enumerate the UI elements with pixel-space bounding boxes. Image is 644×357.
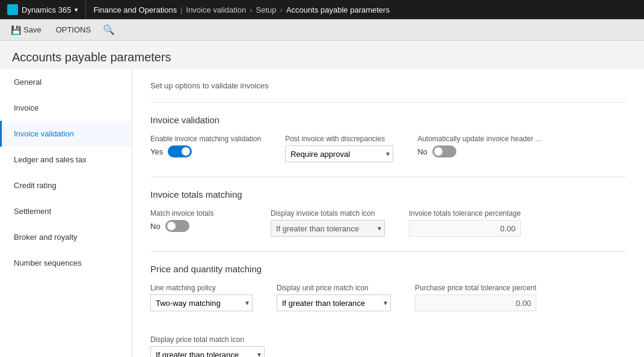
- sidebar-item-broker-royalty[interactable]: Broker and royalty: [0, 224, 132, 250]
- price-quantity-title: Price and quantity matching: [150, 264, 626, 274]
- display-totals-icon-select[interactable]: If greater than tolerance Always Never: [271, 220, 385, 237]
- auto-update-value: No: [417, 147, 428, 156]
- sidebar-item-invoice[interactable]: Invoice: [0, 95, 132, 121]
- match-invoice-totals-field: Match invoice totals No: [150, 209, 247, 237]
- auto-update-track: [432, 145, 456, 157]
- section-label: Finance and Operations: [93, 5, 177, 14]
- display-price-total-icon-wrapper: If greater than tolerance Always Never: [150, 346, 265, 357]
- display-totals-icon-field: Display invoice totals match icon If gre…: [271, 209, 385, 237]
- auto-update-label: Automatically update invoice header ...: [417, 135, 541, 143]
- sidebar-item-settlement-label: Settlement: [14, 207, 51, 216]
- sidebar-item-general[interactable]: General: [0, 69, 132, 95]
- display-totals-icon-label: Display invoice totals match icon: [271, 209, 385, 218]
- match-totals-value: No: [150, 222, 161, 231]
- sidebar-item-invoice-label: Invoice: [14, 103, 38, 112]
- display-price-total-icon-field: Display price total match icon If greate…: [150, 335, 265, 357]
- sep3: ›: [280, 5, 283, 14]
- totals-tolerance-pct-field: Invoice totals tolerance percentage: [409, 209, 521, 237]
- totals-matching-section: Invoice totals matching Match invoice to…: [150, 189, 626, 237]
- sidebar-item-invoice-validation[interactable]: Invoice validation: [0, 121, 132, 147]
- page-wrapper: Accounts payable parameters General Invo…: [0, 41, 644, 357]
- sep1: |: [180, 5, 182, 14]
- purchase-price-tolerance-pct-field: Purchase price total tolerance percent: [415, 284, 536, 311]
- post-discrepancies-select-wrapper: Require approval Allow with warning Not …: [285, 145, 393, 162]
- sidebar-item-ledger-label: Ledger and sales tax: [14, 155, 87, 164]
- display-price-total-icon-label: Display price total match icon: [150, 335, 265, 344]
- breadcrumb-setup[interactable]: Setup: [256, 5, 277, 14]
- enable-matching-field: Enable invoice matching validation Yes: [150, 135, 261, 162]
- page-content: General Invoice Invoice validation Ledge…: [0, 69, 644, 357]
- sidebar-item-credit-rating[interactable]: Credit rating: [0, 172, 132, 198]
- search-button[interactable]: 🔍: [102, 23, 116, 37]
- auto-update-thumb: [434, 147, 443, 156]
- invoice-validation-section: Invoice validation Enable invoice matchi…: [150, 115, 626, 162]
- line-matching-policy-select[interactable]: Two-way matching Three-way matching Not …: [150, 294, 253, 311]
- enable-matching-thumb: [182, 147, 190, 156]
- sidebar-item-settlement[interactable]: Settlement: [0, 198, 132, 224]
- divider-1: [150, 177, 626, 177]
- invoice-validation-row: Enable invoice matching validation Yes: [150, 135, 626, 162]
- line-matching-policy-wrapper: Two-way matching Three-way matching Not …: [150, 294, 253, 311]
- sidebar-item-general-label: General: [14, 78, 41, 87]
- page-subtitle: Set up options to validate invoices: [150, 81, 626, 90]
- line-matching-policy-label: Line matching policy: [150, 284, 253, 292]
- save-label: Save: [23, 25, 41, 34]
- toolbar: 💾 Save OPTIONS 🔍: [0, 19, 644, 41]
- brand-label: Dynamics 365: [22, 5, 71, 14]
- post-discrepancies-field: Post invoice with discrepancies Require …: [285, 135, 393, 162]
- auto-update-toggle-container: No: [417, 145, 541, 157]
- options-button[interactable]: OPTIONS: [52, 23, 95, 37]
- breadcrumb: Finance and Operations | Invoice validat…: [86, 5, 397, 14]
- main-content: Set up options to validate invoices Invo…: [132, 69, 644, 357]
- totals-tolerance-pct-input[interactable]: [409, 220, 521, 237]
- display-price-total-icon-select[interactable]: If greater than tolerance Always Never: [150, 346, 265, 357]
- top-navigation: Dynamics 365 ▾ Finance and Operations | …: [0, 0, 644, 19]
- post-discrepancies-label: Post invoice with discrepancies: [285, 135, 393, 143]
- auto-update-toggle[interactable]: [432, 145, 456, 157]
- sidebar-item-number-sequences-label: Number sequences: [14, 258, 82, 267]
- match-invoice-totals-label: Match invoice totals: [150, 209, 247, 218]
- enable-matching-toggle-container: Yes: [150, 145, 261, 157]
- breadcrumb-current: Accounts payable parameters: [286, 5, 390, 14]
- sidebar-item-ledger-sales-tax[interactable]: Ledger and sales tax: [0, 147, 132, 172]
- dynamics-icon: [7, 4, 18, 15]
- invoice-validation-title: Invoice validation: [150, 115, 626, 125]
- line-matching-policy-field: Line matching policy Two-way matching Th…: [150, 284, 253, 311]
- brand-area[interactable]: Dynamics 365 ▾: [5, 0, 86, 19]
- display-unit-price-icon-select[interactable]: If greater than tolerance Always Never: [277, 294, 391, 311]
- match-totals-toggle[interactable]: [165, 220, 189, 232]
- price-quantity-row1: Line matching policy Two-way matching Th…: [150, 284, 626, 357]
- sidebar: General Invoice Invoice validation Ledge…: [0, 69, 132, 357]
- options-label: OPTIONS: [56, 25, 91, 34]
- save-icon: 💾: [11, 25, 21, 35]
- divider-top: [150, 102, 626, 103]
- enable-matching-track: [168, 145, 192, 157]
- sidebar-item-number-sequences[interactable]: Number sequences: [0, 250, 132, 276]
- match-totals-toggle-container: No: [150, 220, 247, 232]
- sidebar-item-credit-rating-label: Credit rating: [14, 181, 57, 190]
- match-totals-track: [165, 220, 189, 232]
- display-totals-icon-wrapper: If greater than tolerance Always Never: [271, 220, 385, 237]
- sep2: ›: [250, 5, 252, 14]
- purchase-price-tolerance-pct-label: Purchase price total tolerance percent: [415, 284, 536, 292]
- totals-matching-title: Invoice totals matching: [150, 189, 626, 200]
- sidebar-item-broker-label: Broker and royalty: [14, 233, 78, 242]
- display-unit-price-icon-label: Display unit price match icon: [277, 284, 391, 292]
- display-unit-price-icon-field: Display unit price match icon If greater…: [277, 284, 391, 311]
- enable-matching-value: Yes: [150, 147, 163, 156]
- page-title: Accounts payable parameters: [0, 41, 644, 69]
- display-unit-price-icon-wrapper: If greater than tolerance Always Never: [277, 294, 391, 311]
- brand-chevron: ▾: [75, 6, 78, 14]
- enable-matching-label: Enable invoice matching validation: [150, 135, 261, 143]
- divider-2: [150, 251, 626, 252]
- breadcrumb-accounts-payable[interactable]: Invoice validation: [186, 5, 247, 14]
- totals-matching-row: Match invoice totals No Display: [150, 209, 626, 237]
- sidebar-item-invoice-validation-label: Invoice validation: [14, 129, 74, 138]
- totals-tolerance-pct-label: Invoice totals tolerance percentage: [409, 209, 521, 218]
- save-button[interactable]: 💾 Save: [7, 23, 45, 37]
- enable-matching-toggle[interactable]: [168, 145, 192, 157]
- post-discrepancies-select[interactable]: Require approval Allow with warning Not …: [285, 145, 393, 162]
- purchase-price-tolerance-pct-input[interactable]: [415, 294, 536, 311]
- auto-update-field: Automatically update invoice header ... …: [417, 135, 541, 162]
- price-quantity-section: Price and quantity matching Line matchin…: [150, 264, 626, 357]
